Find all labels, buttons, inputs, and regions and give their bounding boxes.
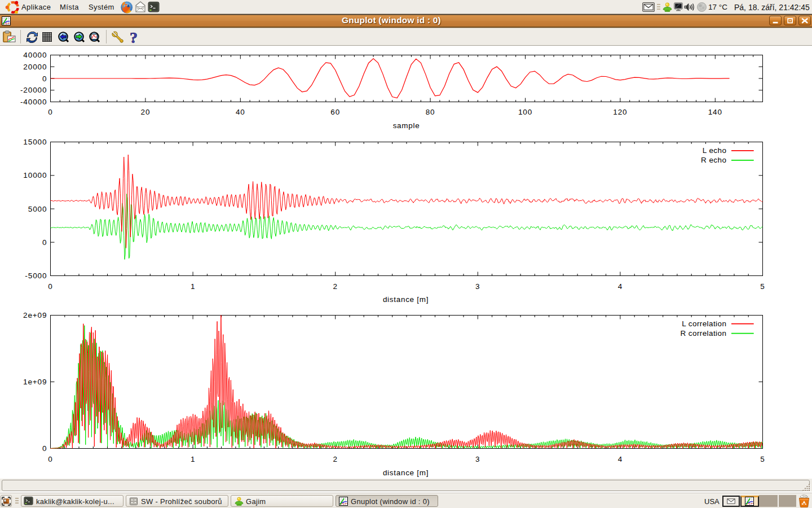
svg-text:40000: 40000 [23, 51, 47, 59]
svg-text:2: 2 [333, 455, 337, 463]
svg-text:0: 0 [48, 108, 52, 116]
svg-text:L correlation: L correlation [682, 319, 726, 328]
svg-text:20: 20 [140, 108, 150, 116]
svg-text:4: 4 [618, 455, 623, 463]
svg-text:0: 0 [42, 75, 47, 83]
svg-text:R echo: R echo [701, 156, 726, 164]
svg-text:140: 140 [708, 108, 722, 116]
svg-text:4: 4 [618, 282, 623, 291]
svg-text:-40000: -40000 [20, 98, 47, 106]
svg-text:100: 100 [518, 108, 532, 116]
svg-text:-5000: -5000 [25, 271, 47, 280]
svg-text:R correlation: R correlation [681, 329, 727, 338]
svg-text:1e+09: 1e+09 [23, 378, 47, 386]
svg-text:5: 5 [760, 455, 765, 463]
svg-text:80: 80 [426, 108, 435, 116]
svg-text:10000: 10000 [23, 171, 47, 179]
svg-text:120: 120 [613, 108, 627, 116]
svg-text:3: 3 [475, 455, 480, 463]
svg-text:2e+09: 2e+09 [23, 311, 47, 319]
svg-text:0: 0 [48, 455, 52, 463]
svg-text:40: 40 [236, 108, 245, 116]
svg-text:60: 60 [330, 108, 340, 116]
svg-text:20000: 20000 [23, 63, 47, 71]
svg-text:?: ? [130, 31, 138, 45]
svg-text:1: 1 [191, 282, 195, 291]
svg-text:3: 3 [475, 282, 480, 291]
svg-text:distance [m]: distance [m] [383, 295, 429, 304]
svg-text:0: 0 [48, 282, 52, 291]
svg-text:-20000: -20000 [20, 86, 47, 94]
svg-text:5: 5 [760, 282, 765, 291]
svg-text:sample: sample [393, 121, 420, 130]
svg-text:L echo: L echo [703, 146, 726, 155]
svg-text:distance [m]: distance [m] [383, 468, 429, 477]
svg-text:0: 0 [42, 444, 47, 453]
svg-text:1: 1 [191, 455, 195, 463]
svg-text:15000: 15000 [23, 138, 47, 146]
svg-text:0: 0 [42, 238, 47, 247]
svg-text:2: 2 [333, 282, 337, 291]
svg-text:5000: 5000 [28, 205, 47, 213]
